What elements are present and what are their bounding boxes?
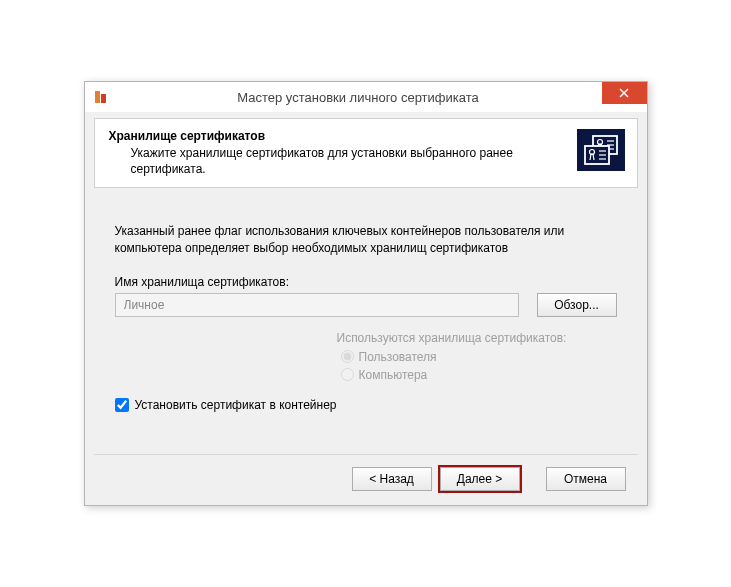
- close-button[interactable]: [602, 82, 647, 104]
- install-to-container-label: Установить сертификат в контейнер: [135, 398, 337, 412]
- next-button[interactable]: Далее >: [440, 467, 520, 491]
- radio-user-label: Пользователя: [359, 348, 437, 366]
- browse-button[interactable]: Обзор...: [537, 293, 617, 317]
- back-button[interactable]: < Назад: [352, 467, 432, 491]
- close-icon: [619, 88, 629, 98]
- store-name-label: Имя хранилища сертификатов:: [115, 275, 617, 289]
- radio-computer-row: Компьютера: [341, 366, 617, 384]
- store-name-input: [115, 293, 519, 317]
- install-to-container-checkbox[interactable]: [115, 398, 129, 412]
- radio-user: [341, 350, 354, 363]
- header-text: Хранилище сертификатов Укажите хранилище…: [109, 129, 569, 177]
- header-description: Укажите хранилище сертификатов для устан…: [131, 145, 531, 177]
- store-scope-label: Используются хранилища сертификатов:: [337, 331, 617, 345]
- wizard-dialog: Мастер установки личного сертификата Хра…: [84, 81, 648, 506]
- wizard-footer: < Назад Далее > Отмена: [94, 454, 638, 505]
- info-text: Указанный ранее флаг использования ключе…: [115, 223, 617, 257]
- radio-computer-label: Компьютера: [359, 366, 428, 384]
- wizard-content: Указанный ранее флаг использования ключе…: [85, 188, 647, 454]
- app-icon: [93, 89, 109, 105]
- radio-computer: [341, 368, 354, 381]
- store-scope-section: Используются хранилища сертификатов: Пол…: [337, 331, 617, 384]
- svg-rect-0: [95, 91, 100, 103]
- titlebar: Мастер установки личного сертификата: [85, 82, 647, 112]
- cancel-button[interactable]: Отмена: [546, 467, 626, 491]
- radio-user-row: Пользователя: [341, 348, 617, 366]
- certificate-icon: [577, 129, 625, 171]
- header-title: Хранилище сертификатов: [109, 129, 569, 143]
- wizard-header: Хранилище сертификатов Укажите хранилище…: [94, 118, 638, 188]
- install-to-container-row[interactable]: Установить сертификат в контейнер: [115, 398, 617, 412]
- store-field-row: Обзор...: [115, 293, 617, 317]
- svg-rect-1: [101, 94, 106, 103]
- window-title: Мастер установки личного сертификата: [115, 90, 602, 105]
